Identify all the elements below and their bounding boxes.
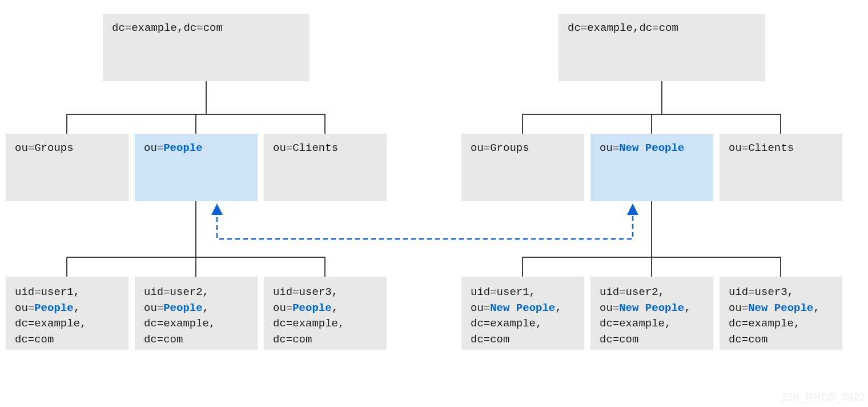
dc2: dc=com <box>144 333 183 346</box>
left-ou-groups: ou=Groups <box>6 134 128 201</box>
right-leaf-user1: uid=user1, ou=New People, dc=example, dc… <box>461 277 584 350</box>
right-root-label: dc=example,dc=com <box>568 22 678 34</box>
right-leaf-user2: uid=user2, ou=New People, dc=example, dc… <box>590 277 713 350</box>
left-leaf-user2: uid=user2, ou=People, dc=example, dc=com <box>135 277 258 350</box>
ou-suffix: , <box>332 302 338 314</box>
right-ou-groups: ou=Groups <box>461 134 584 201</box>
dc2: dc=com <box>600 333 638 346</box>
right-ou-clients: ou=Clients <box>720 134 842 201</box>
ou-value: Clients <box>292 142 338 154</box>
dc1: dc=example, <box>15 317 86 330</box>
ou-prefix: ou= <box>273 302 292 314</box>
ou-value: Clients <box>748 142 794 154</box>
dc1: dc=example, <box>729 317 800 330</box>
ou-value: New People <box>490 302 555 314</box>
ou-suffix: , <box>555 302 561 314</box>
uid: uid=user2, <box>144 286 209 298</box>
ou-prefix: ou= <box>144 302 163 314</box>
ou-value: Groups <box>490 142 529 154</box>
dc1: dc=example, <box>273 317 344 330</box>
ou-prefix: ou= <box>471 142 490 154</box>
ou-prefix: ou= <box>15 302 34 314</box>
uid: uid=user2, <box>600 286 665 298</box>
ou-suffix: , <box>813 302 819 314</box>
right-ou-new-people: ou=New People <box>590 134 713 201</box>
ou-value: People <box>292 302 331 314</box>
ou-value: New People <box>748 302 813 314</box>
ou-suffix: , <box>684 302 690 314</box>
dc2: dc=com <box>15 333 54 346</box>
ou-prefix: ou= <box>600 142 619 154</box>
ou-prefix: ou= <box>144 142 163 154</box>
dc1: dc=example, <box>471 317 542 330</box>
left-leaf-user3: uid=user3, ou=People, dc=example, dc=com <box>264 277 387 350</box>
left-leaf-user1: uid=user1, ou=People, dc=example, dc=com <box>6 277 128 350</box>
dc1: dc=example, <box>600 317 671 330</box>
left-root-label: dc=example,dc=com <box>112 22 223 34</box>
dc2: dc=com <box>471 333 509 346</box>
uid: uid=user3, <box>273 286 338 298</box>
uid: uid=user1, <box>15 286 80 298</box>
ou-value: People <box>34 302 73 314</box>
right-root-node: dc=example,dc=com <box>558 14 765 81</box>
ou-suffix: , <box>74 302 80 314</box>
ou-prefix: ou= <box>15 142 34 154</box>
right-leaf-user3: uid=user3, ou=New People, dc=example, dc… <box>720 277 842 350</box>
uid: uid=user3, <box>729 286 794 298</box>
ou-value: Groups <box>34 142 73 154</box>
left-ou-people: ou=People <box>135 134 258 201</box>
ou-prefix: ou= <box>471 302 490 314</box>
ou-prefix: ou= <box>273 142 292 154</box>
ou-value: New People <box>619 142 684 154</box>
ou-prefix: ou= <box>729 142 748 154</box>
left-ou-clients: ou=Clients <box>264 134 387 201</box>
ou-suffix: , <box>203 302 209 314</box>
ou-value: People <box>163 142 202 154</box>
uid: uid=user1, <box>471 286 536 298</box>
ou-value: People <box>163 302 202 314</box>
ou-prefix: ou= <box>729 302 748 314</box>
ou-value: New People <box>619 302 684 314</box>
ou-prefix: ou= <box>600 302 619 314</box>
dc2: dc=com <box>729 333 767 346</box>
dc1: dc=example, <box>144 317 215 330</box>
dc2: dc=com <box>273 333 312 346</box>
left-root-node: dc=example,dc=com <box>103 14 310 81</box>
watermark-text: 230_RHDS_0422 <box>781 392 866 404</box>
